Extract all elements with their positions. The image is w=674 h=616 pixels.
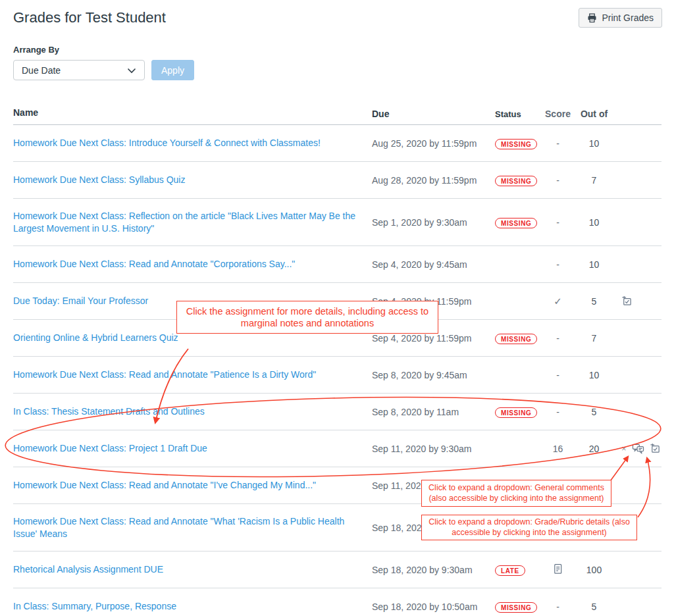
due-date: Aug 25, 2020 by 11:59pm <box>372 138 495 149</box>
printer-icon <box>587 13 597 23</box>
status-cell: MISSING <box>495 174 540 186</box>
table-row: In Class: Thesis Statement Drafts and Ou… <box>13 394 661 430</box>
assignment-link[interactable]: Homework Due Next Class: Syllabus Quiz <box>13 174 185 185</box>
status-badge: LATE <box>495 565 525 576</box>
header-score: Score <box>540 109 576 119</box>
due-date: Aug 28, 2020 by 11:59pm <box>372 175 495 186</box>
table-row: Homework Due Next Class: Read and Annota… <box>13 246 661 283</box>
status-cell: MISSING <box>495 138 540 149</box>
score-cell: - <box>540 138 576 149</box>
header-name: Name <box>13 107 372 119</box>
out-of-cell: 10 <box>576 217 612 228</box>
row-actions: × <box>612 443 661 454</box>
due-date: Sep 4, 2020 by 11:59pm <box>372 333 495 344</box>
score-cell: - <box>540 259 576 270</box>
annotation-grade-rubric: Click to expand a dropdown: Grade/Rubric… <box>421 515 637 540</box>
due-date: Sep 18, 2020 by 9:30am <box>372 565 495 575</box>
score-cell: - <box>540 175 576 186</box>
due-date: Sep 1, 2020 by 9:30am <box>372 217 495 228</box>
score-cell <box>540 563 576 577</box>
score-cell: ✓ <box>540 295 576 307</box>
assignment-link[interactable]: Homework Due Next Class: Introduce Yours… <box>13 138 321 148</box>
status-badge: MISSING <box>495 176 537 186</box>
out-of-cell: 100 <box>576 565 612 575</box>
status-cell: MISSING <box>495 601 540 613</box>
table-row: Rhetorical Analysis Assignment DUESep 18… <box>13 552 661 588</box>
status-badge: MISSING <box>495 218 537 228</box>
assignment-link[interactable]: Rhetorical Analysis Assignment DUE <box>13 564 163 575</box>
arrange-by-label: Arrange By <box>13 45 661 55</box>
status-badge: MISSING <box>495 139 537 149</box>
out-of-cell: 10 <box>576 370 612 380</box>
due-date: Sep 4, 2020 by 9:45am <box>372 259 495 270</box>
assignment-link[interactable]: Due Today: Email Your Professor <box>13 295 148 306</box>
apply-button[interactable]: Apply <box>151 60 194 80</box>
page-title: Grades for Test Student <box>13 8 166 26</box>
status-badge: MISSING <box>495 602 537 613</box>
score-cell: - <box>540 407 576 417</box>
table-row: In Class: Summary, Purpose, ResponseSep … <box>13 588 661 616</box>
out-of-cell: 10 <box>576 138 612 149</box>
header-out-of: Out of <box>576 109 612 119</box>
assignment-link[interactable]: Orienting Online & Hybrid Learners Quiz <box>13 332 178 343</box>
grades-table-body: Homework Due Next Class: Introduce Yours… <box>13 125 661 616</box>
assignment-link[interactable]: Homework Due Next Class: Reflection on t… <box>13 211 355 234</box>
annotation-click-assignment: Click the assignment for more details, i… <box>176 301 438 334</box>
annotation-general-comments: Click to expand a dropdown: General comm… <box>421 480 611 507</box>
assignment-link[interactable]: In Class: Summary, Purpose, Response <box>13 601 176 611</box>
print-grades-button[interactable]: Print Grades <box>579 8 662 28</box>
header-status: Status <box>495 109 540 119</box>
assignment-link[interactable]: Homework Due Next Class: Read and Annota… <box>13 516 344 539</box>
table-header-row: Name Due Status Score Out of <box>13 107 661 125</box>
assignment-link[interactable]: Homework Due Next Class: Read and Annota… <box>13 480 316 490</box>
status-cell: MISSING <box>495 217 540 228</box>
due-date: Sep 8, 2020 by 9:45am <box>372 370 495 380</box>
out-of-cell: 5 <box>576 602 612 612</box>
grades-page: Grades for Test Student Print Grades Arr… <box>0 0 674 616</box>
dismiss-x-icon[interactable]: × <box>621 444 627 453</box>
table-row: Homework Due Next Class: Reflection on t… <box>13 199 661 246</box>
document-icon <box>552 563 563 575</box>
assignment-link[interactable]: Homework Due Next Class: Project 1 Draft… <box>13 443 207 453</box>
rubric-icon[interactable] <box>650 443 661 454</box>
out-of-cell: 7 <box>576 333 612 344</box>
arrange-by-select[interactable]: Due Date <box>13 60 145 80</box>
comment-icon[interactable] <box>632 443 644 454</box>
page-header: Grades for Test Student Print Grades <box>0 0 674 28</box>
table-row: Homework Due Next Class: Syllabus QuizAu… <box>13 162 661 199</box>
out-of-cell: 5 <box>576 296 612 307</box>
check-icon: ✓ <box>554 295 562 307</box>
rubric-icon[interactable] <box>621 295 633 307</box>
print-grades-label: Print Grades <box>602 13 654 23</box>
table-row: Homework Due Next Class: Introduce Yours… <box>13 125 661 162</box>
score-cell: - <box>540 370 576 380</box>
arrange-controls: Arrange By Due Date Apply <box>0 45 674 80</box>
due-date: Sep 18, 2020 by 10:50am <box>372 602 495 612</box>
arrange-by-selected-value: Due Date <box>22 65 61 76</box>
score-cell: - <box>540 602 576 612</box>
score-cell: - <box>540 217 576 228</box>
out-of-cell: 5 <box>576 407 612 417</box>
score-cell: 16 <box>540 444 576 454</box>
row-actions <box>612 295 661 307</box>
out-of-cell: 10 <box>576 259 612 270</box>
status-cell: LATE <box>495 564 540 576</box>
status-badge: MISSING <box>495 334 537 344</box>
table-row: Homework Due Next Class: Read and Annota… <box>13 357 661 394</box>
header-due: Due <box>372 109 495 119</box>
assignment-link[interactable]: Homework Due Next Class: Read and Annota… <box>13 369 316 380</box>
out-of-cell: 7 <box>576 175 612 186</box>
chevron-down-icon <box>127 65 136 76</box>
score-cell: - <box>540 333 576 344</box>
table-row: Homework Due Next Class: Project 1 Draft… <box>13 430 661 467</box>
out-of-cell: 20 <box>576 444 612 454</box>
status-badge: MISSING <box>495 407 537 418</box>
due-date: Sep 11, 2020 by 9:30am <box>372 444 495 454</box>
assignment-link[interactable]: Homework Due Next Class: Read and Annota… <box>13 259 295 269</box>
assignment-link[interactable]: In Class: Thesis Statement Drafts and Ou… <box>13 406 205 417</box>
status-cell: MISSING <box>495 406 540 418</box>
due-date: Sep 8, 2020 by 11am <box>372 407 495 417</box>
status-cell: MISSING <box>495 332 540 344</box>
